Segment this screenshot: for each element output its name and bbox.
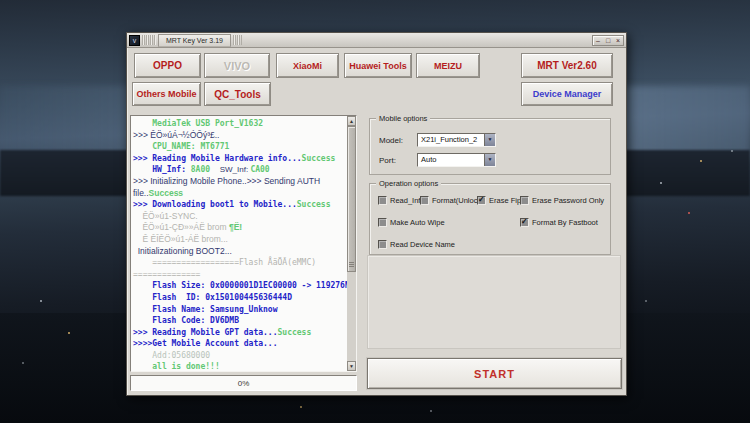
checkbox-label: Make Auto Wipe <box>390 218 445 227</box>
operation-options-title: Operation options <box>376 179 441 188</box>
checkbox-label: Erase Password Only <box>532 196 604 205</box>
right-blank-panel <box>367 255 621 349</box>
tab-others-mobile[interactable]: Others Mobile <box>132 82 201 106</box>
checkbox-icon[interactable] <box>378 240 387 249</box>
checkbox-label: Erase Fip <box>489 196 521 205</box>
log-line: ÊÖ»ú1-ÇÐ»»ÁË brom ¶Ë! <box>133 222 347 234</box>
tab-huawei-tools[interactable]: Huawei Tools <box>344 53 412 78</box>
port-value: Auto <box>421 155 436 164</box>
port-select[interactable]: Auto ▼ <box>417 153 496 167</box>
log-line: Flash Name: Samsung_Unknow <box>133 304 347 316</box>
log-line: MediaTek USB Port_V1632 <box>133 118 347 130</box>
checkbox-erase-fip[interactable]: Erase Fip <box>477 196 521 205</box>
scroll-down-icon[interactable]: ▼ <box>347 361 356 371</box>
log-output[interactable]: MediaTek USB Port_V1632>>> ÊÖ»úÁ¬½ÓÕý³£.… <box>131 116 347 371</box>
log-line: Add:05680000 <box>133 350 347 362</box>
start-button-label: START <box>474 368 515 380</box>
log-line: ============== <box>133 269 347 281</box>
checkbox-label: Read Device Name <box>390 240 455 249</box>
log-line: >>> Downloading boot1 to Mobile...Succes… <box>133 199 347 211</box>
tab-xiaomi[interactable]: XiaoMi <box>276 53 339 78</box>
progress-value: 0% <box>238 379 250 388</box>
log-line: HW_Inf: 8A00 SW_Inf: CA00 <box>133 164 347 176</box>
close-icon[interactable]: × <box>613 36 623 45</box>
checkbox-icon[interactable] <box>477 196 486 205</box>
log-scrollbar[interactable]: ▲ ▼ <box>347 116 356 371</box>
log-line: ÊÖ»ú1-SYNC. <box>133 211 347 223</box>
port-label: Port: <box>379 156 396 165</box>
log-line: Initializationing BOOT2... <box>133 246 347 258</box>
window-title: MRT Key Ver 3.19 <box>158 34 231 47</box>
log-line: Flash ID: 0x150100445636444D <box>133 292 347 304</box>
checkbox-label: Format(Unlock) <box>432 196 484 205</box>
minimize-icon[interactable]: – <box>593 36 603 45</box>
log-panel: MediaTek USB Port_V1632>>> ÊÖ»úÁ¬½ÓÕý³£.… <box>130 115 357 372</box>
checkbox-label: Format By Fastboot <box>532 218 598 227</box>
titlebar-grip <box>233 35 242 45</box>
log-line: >>> Reading Mobile GPT data...Success <box>133 327 347 339</box>
checkbox-make-auto-wipe[interactable]: Make Auto Wipe <box>378 218 445 227</box>
log-line: Ê ÊÎÊÖ»ú1-ÁË brom... <box>133 234 347 246</box>
checkbox-icon[interactable] <box>520 218 529 227</box>
checkbox-icon[interactable] <box>378 196 387 205</box>
model-value: X21i_Function_2 <box>421 135 477 144</box>
window-controls: – □ × <box>592 35 624 46</box>
checkbox-icon[interactable] <box>378 218 387 227</box>
log-line: file..Success <box>133 188 347 200</box>
button-mrt-version[interactable]: MRT Ver2.60 <box>521 53 613 78</box>
titlebar-grip <box>142 35 156 45</box>
model-label: Model: <box>379 136 403 145</box>
tab-vivo[interactable]: VIVO <box>204 53 270 78</box>
tab-meizu[interactable]: MEIZU <box>416 53 480 78</box>
operation-options-group: Operation options Read_Info Format(Unloc… <box>369 183 611 255</box>
log-line: ==================Flash ÅäÖÃ(eMMC) <box>133 257 347 269</box>
checkbox-format-unlock[interactable]: Format(Unlock) <box>420 196 484 205</box>
scrollbar-thumb[interactable] <box>347 126 356 272</box>
log-line: >>> Reading Mobile Hardware info...Succe… <box>133 153 347 165</box>
checkbox-read-info[interactable]: Read_Info <box>378 196 425 205</box>
chevron-down-icon[interactable]: ▼ <box>484 154 495 166</box>
log-line: Flash Size: 0x0000001D1EC00000 -> 119276… <box>133 280 347 292</box>
chevron-down-icon[interactable]: ▼ <box>484 134 495 146</box>
mrt-key-window: v MRT Key Ver 3.19 – □ × OPPO VIVO XiaoM… <box>126 32 627 396</box>
log-line: >>> Initializing Mobile Phone..>>> Sendi… <box>133 176 347 188</box>
tab-qc-tools[interactable]: QC_Tools <box>204 82 271 106</box>
checkbox-format-by-fastboot[interactable]: Format By Fastboot <box>520 218 598 227</box>
checkbox-icon[interactable] <box>520 196 529 205</box>
button-device-manager[interactable]: Device Manager <box>521 82 613 106</box>
log-line: all is done!!! <box>133 361 347 371</box>
log-line: >>> ÊÖ»úÁ¬½ÓÕý³£.. <box>133 130 347 142</box>
mobile-options-group: Mobile options Model: X21i_Function_2 ▼ … <box>369 118 611 175</box>
mobile-options-title: Mobile options <box>376 114 430 123</box>
titlebar[interactable]: v MRT Key Ver 3.19 – □ × <box>127 33 626 48</box>
maximize-icon[interactable]: □ <box>603 36 613 45</box>
desktop-wallpaper: v MRT Key Ver 3.19 – □ × OPPO VIVO XiaoM… <box>0 0 750 423</box>
log-line: CPU_NAME: MT6771 <box>133 141 347 153</box>
log-line: Flash Code: DV6DMB <box>133 315 347 327</box>
scroll-up-icon[interactable]: ▲ <box>347 116 356 126</box>
checkbox-read-device-name[interactable]: Read Device Name <box>378 240 455 249</box>
checkbox-icon[interactable] <box>420 196 429 205</box>
app-logo-icon: v <box>129 35 140 46</box>
log-line: >>>>Get Mobile Account data... <box>133 338 347 350</box>
checkbox-erase-password-only[interactable]: Erase Password Only <box>520 196 604 205</box>
model-select[interactable]: X21i_Function_2 ▼ <box>417 133 496 147</box>
tab-oppo[interactable]: OPPO <box>134 53 201 78</box>
start-button[interactable]: START <box>367 358 622 389</box>
progress-bar: 0% <box>130 375 357 391</box>
